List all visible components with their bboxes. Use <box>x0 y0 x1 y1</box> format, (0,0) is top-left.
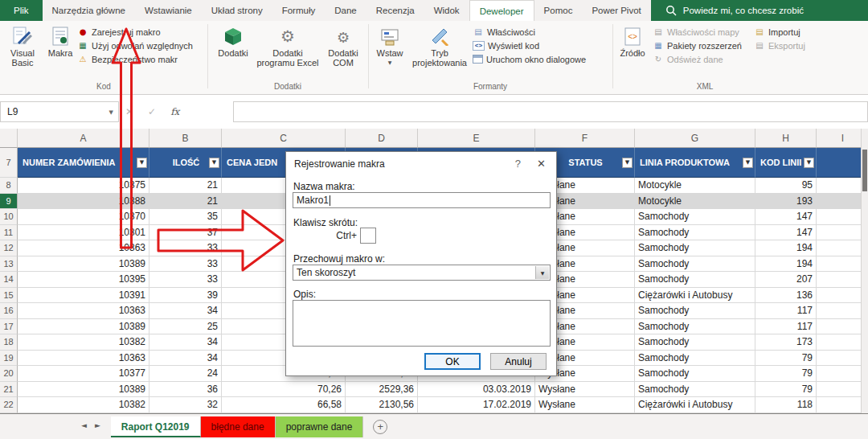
column-header-h[interactable]: H <box>755 129 817 148</box>
cell-h20[interactable]: 79 <box>755 366 817 382</box>
row-number-20[interactable]: 20 <box>0 366 18 382</box>
row-number-15[interactable]: 15 <box>0 288 18 304</box>
cell-a21[interactable]: 10389 <box>18 382 149 398</box>
row-number-18[interactable]: 18 <box>0 334 18 351</box>
cancel-button[interactable]: Anuluj <box>490 353 547 370</box>
name-box[interactable]: L9 ▼ <box>0 101 119 122</box>
column-header-a[interactable]: A <box>18 129 149 148</box>
cell-a17[interactable]: 10389 <box>18 319 149 335</box>
xml-source-button[interactable]: <> Źródło <box>616 24 649 79</box>
cell-a19[interactable]: 10363 <box>18 351 149 367</box>
properties-button[interactable]: ▤ Właściwości <box>473 26 535 38</box>
cell-g21[interactable]: Samochody <box>635 382 755 398</box>
map-properties-button[interactable]: ▤ Właściwości mapy <box>653 26 739 38</box>
cell-e22[interactable]: 17.02.2019 <box>418 397 535 413</box>
confirm-entry-icon[interactable]: ✓ <box>148 106 156 117</box>
cell-h8[interactable]: 95 <box>755 178 817 194</box>
cell-b18[interactable]: 34 <box>149 334 222 351</box>
vertical-scrollbar[interactable] <box>861 129 868 413</box>
cell-a12[interactable]: 10363 <box>18 240 149 256</box>
column-header-f[interactable]: F <box>535 129 635 148</box>
cell-a16[interactable]: 10363 <box>18 303 149 319</box>
row-number-16[interactable]: 16 <box>0 303 18 319</box>
row-number-13[interactable]: 13 <box>0 256 18 273</box>
cell-g16[interactable]: Samochody <box>635 303 755 319</box>
formula-input[interactable] <box>233 101 868 122</box>
shortcut-key-input[interactable] <box>360 228 376 244</box>
cell-a9[interactable]: 10388 <box>18 194 149 210</box>
row-number-11[interactable]: 11 <box>0 225 18 241</box>
sheet-nav-right-icon[interactable]: ► <box>91 421 104 429</box>
cell-h15[interactable]: 136 <box>755 288 817 304</box>
sheet-tab-poprawne-dane[interactable]: poprawne dane <box>276 416 364 437</box>
excel-addins-button[interactable]: ⚙ Dodatki programu Excel <box>256 24 320 79</box>
cell-b16[interactable]: 34 <box>149 303 222 319</box>
cell-h10[interactable]: 147 <box>755 209 817 225</box>
add-sheet-button[interactable]: + <box>373 420 387 434</box>
cell-b15[interactable]: 39 <box>149 288 222 304</box>
cell-b20[interactable]: 24 <box>149 366 222 382</box>
name-box-dropdown-icon[interactable]: ▼ <box>109 109 113 116</box>
cancel-entry-icon[interactable]: ✕ <box>125 106 133 117</box>
cell-h17[interactable]: 117 <box>755 319 817 335</box>
design-mode-button[interactable]: Tryb projektowania <box>411 24 468 79</box>
export-button[interactable]: ▤ Eksportuj <box>754 39 805 51</box>
store-macro-select[interactable]: Ten skoroszyt ▼ <box>293 265 551 281</box>
refresh-data-button[interactable]: ↻ Odśwież dane <box>653 53 723 65</box>
cell-b9[interactable]: 21 <box>149 194 222 210</box>
filter-button[interactable]: ▼ <box>209 158 219 168</box>
macros-button[interactable]: Makra <box>43 24 77 79</box>
cell-g15[interactable]: Ciężarówki i Autobusy <box>635 288 755 304</box>
column-header-d[interactable]: D <box>346 129 418 148</box>
tell-me-box[interactable]: Powiedz mi, co chcesz zrobić <box>651 0 868 21</box>
row-number-10[interactable]: 10 <box>0 209 18 225</box>
cell-g10[interactable]: Samochody <box>635 209 755 225</box>
cell-a13[interactable]: 10389 <box>18 256 149 273</box>
view-code-button[interactable]: <> Wyświetl kod <box>473 39 539 51</box>
cell-g22[interactable]: Ciężarówki i Autobusy <box>635 397 755 413</box>
cell-f22[interactable]: Wysłane <box>535 397 635 413</box>
cell-h13[interactable]: 194 <box>755 256 817 273</box>
cell-d21[interactable]: 2529,36 <box>346 382 418 398</box>
ribbon-tab-widok[interactable]: Widok <box>424 0 469 21</box>
row-number-7[interactable]: 7 <box>0 148 18 178</box>
cell-g20[interactable]: Samochody <box>635 366 755 382</box>
cell-g14[interactable]: Samochody <box>635 272 755 288</box>
dialog-close-icon[interactable]: ✕ <box>537 158 546 170</box>
com-addins-button[interactable]: ⚙ Dodatki COM <box>321 24 365 79</box>
ribbon-tab-deweloper[interactable]: Deweloper <box>469 0 534 21</box>
cell-a14[interactable]: 10395 <box>18 272 149 288</box>
row-number-22[interactable]: 22 <box>0 397 18 413</box>
cell-b21[interactable]: 36 <box>149 382 222 398</box>
dialog-help-icon[interactable]: ? <box>515 158 521 170</box>
column-header-e[interactable]: E <box>418 129 535 148</box>
cell-a8[interactable]: 10375 <box>18 178 149 194</box>
ribbon-tab-wstawianie[interactable]: Wstawianie <box>135 0 202 21</box>
insert-function-icon[interactable]: fx <box>170 106 179 117</box>
sheet-tab-błędne-dane[interactable]: błędne dane <box>201 416 276 437</box>
cell-h12[interactable]: 194 <box>755 240 817 256</box>
cell-b19[interactable]: 34 <box>149 351 222 367</box>
cell-h11[interactable]: 147 <box>755 225 817 241</box>
cell-b22[interactable]: 32 <box>149 397 222 413</box>
macro-security-button[interactable]: ⚠ Bezpieczeństwo makr <box>77 53 178 65</box>
column-header-g[interactable]: G <box>635 129 755 148</box>
ribbon-tab-recenzja[interactable]: Recenzja <box>366 0 424 21</box>
cell-h22[interactable]: 118 <box>755 397 817 413</box>
addins-button[interactable]: Dodatki <box>214 24 252 79</box>
column-header-b[interactable]: B <box>149 129 222 148</box>
cell-g18[interactable]: Samochody <box>635 334 755 351</box>
ribbon-tab-narzędzia-główne[interactable]: Narzędzia główne <box>43 0 135 21</box>
filter-button[interactable]: ▼ <box>137 158 147 168</box>
sheet-nav-left-icon[interactable]: ◄ <box>77 421 91 429</box>
cell-a22[interactable]: 10382 <box>18 397 149 413</box>
ribbon-tab-plik[interactable]: Plik <box>0 0 43 21</box>
cell-a18[interactable]: 10382 <box>18 334 149 351</box>
cell-h21[interactable]: 79 <box>755 382 817 398</box>
cell-b11[interactable]: 37 <box>149 225 222 241</box>
cell-d22[interactable]: 2130,56 <box>346 397 418 413</box>
cell-h19[interactable]: 79 <box>755 351 817 367</box>
macro-name-input[interactable]: Makro1 <box>293 192 551 208</box>
cell-h16[interactable]: 117 <box>755 303 817 319</box>
ribbon-tab-pomoc[interactable]: Pomoc <box>534 0 583 21</box>
